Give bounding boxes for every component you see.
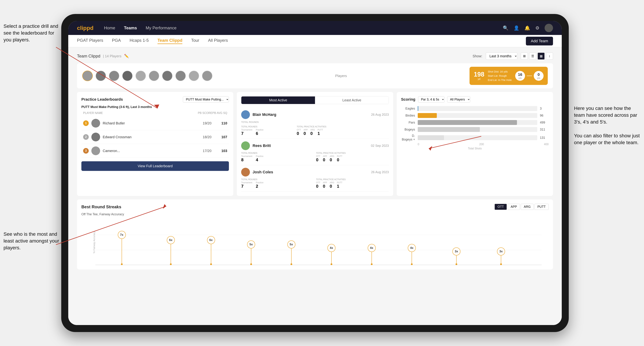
player-avatar-2[interactable] xyxy=(96,71,106,81)
pin-dot-10 xyxy=(500,263,502,265)
rank-2: 2 xyxy=(83,134,89,140)
streak-pin-8: 4x xyxy=(408,244,416,265)
active-player-1: Blair McHarg 26 Aug 2023 Total Rounds xyxy=(241,108,389,139)
list-view-button[interactable]: ☰ xyxy=(529,53,536,60)
pin-dot-5 xyxy=(290,263,292,265)
streak-pin-5: 5x xyxy=(287,240,296,265)
pin-line-2 xyxy=(170,244,171,263)
pin-dot-1 xyxy=(121,263,123,265)
active-player-3-header: Josh Coles 26 Aug 2023 xyxy=(241,168,389,176)
scoring-panel-header: Scoring Par 3, 4 & 5s All Players xyxy=(401,96,548,103)
col-pb-score: PB SCORE xyxy=(198,112,212,115)
bar-label-bogeys: Bogeys xyxy=(401,128,415,131)
bar-value-pars: 499 xyxy=(540,121,548,124)
active-avatar-3[interactable] xyxy=(241,168,250,176)
nav-my-performance[interactable]: My Performance xyxy=(146,25,176,30)
edit-icon[interactable]: ✏️ xyxy=(124,54,129,58)
tab-team-clippd[interactable]: Team Clippd xyxy=(158,38,182,44)
pin-label-10: 3x xyxy=(497,247,505,255)
total-rounds-label-1: Total Rounds Tournament 7 Practice 6 xyxy=(241,126,294,136)
player-count: | 14 Players xyxy=(103,54,121,58)
streak-filter-app[interactable]: APP xyxy=(508,204,520,210)
pin-line-3 xyxy=(211,244,211,263)
player-avatar-1[interactable] xyxy=(82,71,93,81)
user-avatar[interactable] xyxy=(544,24,553,32)
active-avatar-1[interactable] xyxy=(241,110,250,119)
least-active-tab[interactable]: Least Active xyxy=(315,96,389,104)
bar-label-dbogeys: D. Bogeys + xyxy=(401,134,415,141)
pin-label-3: 6x xyxy=(207,236,215,244)
player-filter[interactable]: All Players xyxy=(447,96,470,103)
player-avatar-3[interactable] xyxy=(109,71,119,81)
pin-line-4 xyxy=(251,248,251,263)
lb-avatar-3[interactable] xyxy=(91,147,100,155)
drill-select[interactable]: PUTT Must Make Putting... xyxy=(183,96,229,103)
streak-filter-ott[interactable]: OTT xyxy=(494,204,507,210)
bell-icon[interactable]: 🔔 xyxy=(524,25,530,31)
most-active-tab[interactable]: Most Active xyxy=(241,96,315,104)
streak-y-label: % Fairway Accuracy xyxy=(93,231,96,253)
active-player-2: Rees Britt 02 Sep 2023 Total Rounds Tour… xyxy=(241,139,389,165)
subnav-links: PGAT Players PGA Hcaps 1-5 Team Clippd T… xyxy=(77,38,228,44)
streak-filter-putt[interactable]: PUTT xyxy=(534,204,548,210)
player-avatar-7[interactable] xyxy=(162,71,172,81)
activity-toggle: Most Active Least Active xyxy=(241,96,389,104)
streak-pin-6: 4x xyxy=(328,244,336,265)
pin-dot-3 xyxy=(210,263,212,265)
card-view-button[interactable]: ▦ xyxy=(538,53,544,60)
par-filter[interactable]: Par 3, 4 & 5s xyxy=(418,96,444,103)
streaks-subtitle: Off The Tee, Fairway Accuracy xyxy=(82,212,548,216)
view-full-leaderboard-button[interactable]: View Full Leaderboard xyxy=(82,161,229,171)
tab-tour[interactable]: Tour xyxy=(191,38,199,44)
person-icon[interactable]: 👤 xyxy=(514,25,519,31)
streaks-title: Best Round Streaks xyxy=(82,204,121,209)
player-avatar-5[interactable] xyxy=(136,71,146,81)
grid-view-button[interactable]: ⊞ xyxy=(521,53,528,60)
streak-filter-arg[interactable]: ARG xyxy=(521,204,534,210)
player-avatar-8[interactable] xyxy=(175,71,186,81)
tab-pgat-players[interactable]: PGAT Players xyxy=(77,38,103,44)
nav-home[interactable]: Home xyxy=(104,25,115,30)
add-team-button[interactable]: Add Team xyxy=(526,37,553,45)
tab-hcaps[interactable]: Hcaps 1-5 xyxy=(130,38,149,44)
lb-score-1: 19/20 xyxy=(200,121,214,125)
lb-row-3: 3 Cameron... 17/20 103 xyxy=(82,144,229,158)
tab-all-players[interactable]: All Players xyxy=(208,38,228,44)
navbar: clippd Home Teams My Performance 🔍 👤 🔔 ⚙ xyxy=(68,21,562,35)
streaks-panel: Best Round Streaks OTT APP ARG PUTT Off … xyxy=(77,199,553,269)
player-avatar-10[interactable] xyxy=(202,71,212,81)
bar-label-eagles: Eagles xyxy=(401,107,415,110)
practice-leaderboards-panel: Practice Leaderboards PUTT Must Make Put… xyxy=(77,92,233,196)
practice-activities-1: Total Practice Activities OTT0 APP0 ARG0… xyxy=(297,126,389,136)
bar-label-pars: Pars xyxy=(401,121,415,124)
lb-avatar-2[interactable] xyxy=(91,133,100,141)
streak-pin-3: 6x xyxy=(207,236,215,265)
nav-teams[interactable]: Teams xyxy=(124,25,137,30)
pin-dot-9 xyxy=(456,263,457,265)
bar-track-dbogeys xyxy=(418,135,537,140)
col-pb-avg: PB AVG SQ xyxy=(212,112,227,115)
pin-dot-2 xyxy=(170,263,172,265)
tab-pga[interactable]: PGA xyxy=(112,38,121,44)
player-avatar-6[interactable] xyxy=(149,71,159,81)
player-avatar-9[interactable] xyxy=(189,71,199,81)
rank-3: 3 xyxy=(83,148,89,154)
pin-dot-6 xyxy=(330,263,332,265)
sort-button[interactable]: ↕ xyxy=(546,53,553,60)
player-avatar-4[interactable] xyxy=(122,71,133,81)
settings-icon[interactable]: ⚙ xyxy=(535,25,539,31)
search-icon[interactable]: 🔍 xyxy=(503,25,508,31)
lb-avatar-1[interactable] xyxy=(91,119,100,128)
pin-line-9 xyxy=(456,255,456,263)
active-avatar-2[interactable] xyxy=(241,141,250,150)
team-controls: Show: Last 3 months ⊞ ☰ ▦ ↕ xyxy=(472,52,553,60)
players-label: Players xyxy=(335,74,347,78)
team-title: Team Clippd | 14 Players ✏️ xyxy=(77,54,129,58)
subnav: PGAT Players PGA Hcaps 1-5 Team Clippd T… xyxy=(68,35,562,47)
streak-pin-1: 7x xyxy=(118,231,126,265)
pin-line-10 xyxy=(501,255,501,263)
active-player-3: Josh Coles 26 Aug 2023 Total Rounds Tour… xyxy=(241,165,389,191)
annotation-top-right: Here you can see how the team have score… xyxy=(574,105,640,146)
pin-line-6 xyxy=(331,252,332,263)
period-select[interactable]: Last 3 months xyxy=(486,52,517,60)
